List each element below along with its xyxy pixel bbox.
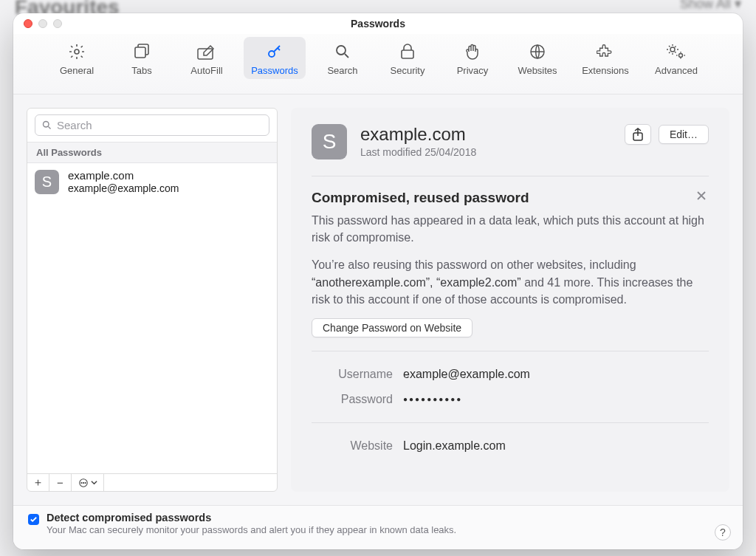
tab-label: AutoFill xyxy=(190,65,222,76)
tab-security[interactable]: Security xyxy=(379,37,436,79)
svg-point-8 xyxy=(679,54,683,58)
svg-point-3 xyxy=(269,51,275,57)
window-title: Passwords xyxy=(13,18,743,30)
add-button[interactable]: ＋ xyxy=(27,474,49,491)
detail-subtitle: Last modified 25/04/2018 xyxy=(360,146,611,158)
search-icon xyxy=(41,120,52,131)
tab-general[interactable]: General xyxy=(49,37,105,79)
search-input[interactable] xyxy=(57,119,263,131)
lock-icon xyxy=(397,41,418,62)
help-button[interactable]: ? xyxy=(715,524,731,540)
svg-rect-5 xyxy=(402,50,413,58)
password-detail-panel: S example.com Last modified 25/04/2018 E… xyxy=(291,108,729,492)
svg-point-9 xyxy=(44,122,49,128)
warning-title: Compromised, reused password xyxy=(312,190,709,206)
content-area: All Passwords S example.com example@exam… xyxy=(13,95,743,505)
tab-label: Search xyxy=(327,65,357,76)
detail-favicon: S xyxy=(312,124,347,159)
footer: Detect compromised passwords Your Mac ca… xyxy=(13,505,743,549)
edit-button[interactable]: Edit… xyxy=(659,125,709,144)
remove-button[interactable]: − xyxy=(49,474,72,491)
detect-compromised-checkbox[interactable] xyxy=(28,514,39,525)
tabs-icon xyxy=(131,41,152,62)
tab-tabs[interactable]: Tabs xyxy=(114,37,170,79)
preferences-window: Passwords General Tabs AutoFill Password… xyxy=(13,13,743,549)
puzzle-icon xyxy=(595,41,616,62)
warning-body: This password has appeared in a data lea… xyxy=(312,212,709,308)
preferences-toolbar: General Tabs AutoFill Passwords Search xyxy=(13,34,743,95)
gear-icon xyxy=(66,41,87,62)
svg-point-0 xyxy=(75,49,79,54)
tab-privacy[interactable]: Privacy xyxy=(444,37,501,79)
website-value[interactable]: Login.example.com xyxy=(403,439,506,453)
tab-label: Passwords xyxy=(251,65,298,76)
hand-icon xyxy=(462,41,483,62)
globe-icon xyxy=(527,41,548,62)
warning-paragraph-2a: You’re also reusing this password on oth… xyxy=(312,258,636,271)
change-password-button[interactable]: Change Password on Website xyxy=(312,318,472,337)
site-favicon: S xyxy=(35,170,59,194)
tab-search[interactable]: Search xyxy=(315,37,371,79)
section-all-passwords: All Passwords xyxy=(27,142,277,163)
warning-reused-sites: “anotherexample.com”, “example2.com” xyxy=(312,276,521,289)
tab-extensions[interactable]: Extensions xyxy=(574,37,636,79)
detail-title: example.com xyxy=(360,124,611,145)
gears-icon xyxy=(666,41,687,62)
footer-title: Detect compromised passwords xyxy=(47,512,456,524)
tab-label: Websites xyxy=(518,65,557,76)
more-actions-button[interactable] xyxy=(72,474,104,491)
tab-label: General xyxy=(60,65,94,76)
svg-point-12 xyxy=(83,482,83,483)
footer-subtitle: Your Mac can securely monitor your passw… xyxy=(47,524,456,535)
username-label: Username xyxy=(312,368,393,381)
warning-paragraph-1: This password has appeared in a data lea… xyxy=(312,212,709,246)
svg-point-7 xyxy=(670,47,675,52)
tab-websites[interactable]: Websites xyxy=(509,37,566,79)
titlebar: Passwords xyxy=(13,13,743,34)
tab-passwords[interactable]: Passwords xyxy=(244,37,306,79)
list-toolbar: ＋ − xyxy=(27,473,277,491)
password-list-panel: All Passwords S example.com example@exam… xyxy=(27,108,278,492)
tab-label: Extensions xyxy=(582,65,629,76)
tab-advanced[interactable]: Advanced xyxy=(645,37,707,79)
password-row[interactable]: S example.com example@example.com xyxy=(27,163,277,202)
password-value[interactable]: ●●●●●●●●●● xyxy=(403,395,462,403)
svg-rect-1 xyxy=(135,47,145,58)
row-site: example.com xyxy=(68,169,179,182)
magnifier-icon xyxy=(332,41,353,62)
tab-label: Privacy xyxy=(457,65,489,76)
dismiss-warning-button[interactable] xyxy=(695,190,709,203)
password-list: S example.com example@example.com xyxy=(27,163,277,473)
credential-fields: Username example@example.com Password ●●… xyxy=(312,351,709,423)
tab-label: Tabs xyxy=(131,65,151,76)
tab-label: Security xyxy=(391,65,425,76)
key-icon xyxy=(264,41,285,62)
username-value[interactable]: example@example.com xyxy=(403,368,530,381)
tab-label: Advanced xyxy=(655,65,698,76)
pencil-card-icon xyxy=(196,41,217,62)
security-warning: Compromised, reused password This passwo… xyxy=(312,176,709,351)
share-button[interactable] xyxy=(625,124,651,145)
svg-point-4 xyxy=(337,46,346,55)
svg-point-13 xyxy=(85,482,86,483)
tab-autofill[interactable]: AutoFill xyxy=(179,37,235,79)
row-user: example@example.com xyxy=(68,182,179,196)
svg-point-11 xyxy=(80,482,81,483)
website-label: Website xyxy=(312,439,393,453)
search-field[interactable] xyxy=(35,114,269,136)
password-label: Password xyxy=(312,393,393,406)
detail-header: S example.com Last modified 25/04/2018 E… xyxy=(312,124,709,176)
